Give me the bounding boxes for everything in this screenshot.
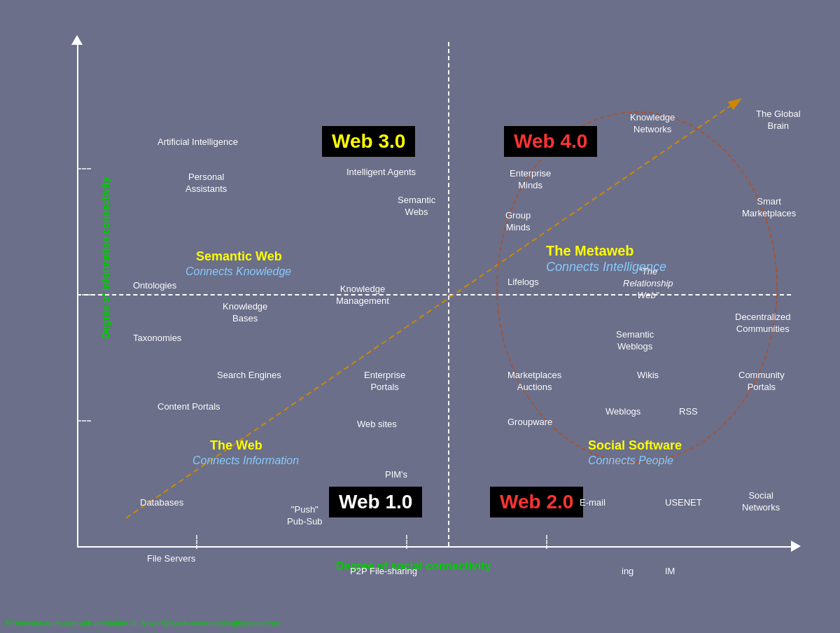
- groupware-label: Groupware: [507, 417, 552, 429]
- p2p-filesharing-label: P2P File-sharing: [350, 566, 417, 578]
- p2p-right-label: ing: [622, 566, 634, 578]
- web-sites-label: Web sites: [357, 419, 397, 431]
- web10-label: Web 1.0: [339, 491, 412, 513]
- file-servers-label: File Servers: [147, 553, 195, 565]
- y-axis-label: Degree of Information connectivity: [100, 176, 111, 338]
- push-pubsub-label: "Push"Pub-Sub: [287, 504, 323, 528]
- personal-assistants-label: PersonalAssistants: [186, 172, 227, 195]
- the-web-sub-label: Connects Information: [192, 454, 299, 468]
- x-tick-2: [406, 535, 407, 549]
- permission-text: Permission to re-use with attribution to…: [6, 619, 280, 627]
- x-tick-1: [196, 535, 197, 549]
- group-minds-label: GroupMinds: [505, 210, 531, 234]
- web20-box: Web 2.0: [490, 487, 583, 517]
- ontologies-label: Ontologies: [133, 280, 176, 292]
- taxonomies-label: Taxonomies: [133, 333, 181, 345]
- social-sub-label: Connects People: [588, 454, 673, 468]
- semantic-weblogs-label: SemanticWeblogs: [616, 329, 654, 353]
- global-brain-label: The GlobalBrain: [756, 109, 801, 132]
- rss-label: RSS: [679, 406, 698, 418]
- usenet-label: USENET: [665, 497, 702, 509]
- knowledge-networks-label: KnowledgeNetworks: [630, 112, 675, 136]
- semantic-webs-label: SemanticWebs: [398, 195, 435, 218]
- x-axis: [77, 546, 791, 548]
- web40-box: Web 4.0: [504, 126, 597, 157]
- im-label: IM: [665, 566, 675, 578]
- content-portals-label: Content Portals: [158, 401, 220, 413]
- knowledge-bases-label: KnowledgeBases: [223, 301, 267, 325]
- email-label: E-mail: [580, 497, 606, 509]
- ai-label: Artificial Intelligence: [158, 137, 238, 148]
- weblogs-label: Weblogs: [606, 406, 640, 418]
- smart-marketplaces-label: SmartMarketplaces: [742, 196, 796, 220]
- web20-label: Web 2.0: [500, 491, 573, 513]
- enterprise-portals-label: EnterprisePortals: [364, 370, 405, 394]
- web30-box: Web 3.0: [322, 126, 415, 157]
- databases-label: Databases: [140, 497, 183, 509]
- web10-box: Web 1.0: [329, 487, 422, 517]
- v-divider: [448, 42, 449, 546]
- metaweb-label: The Metaweb: [546, 242, 634, 260]
- y-axis-arrow: [71, 35, 83, 45]
- chart-container: Degree of Information connectivity Degre…: [56, 42, 812, 588]
- the-web-label: The Web: [210, 438, 262, 454]
- x-tick-3: [546, 535, 547, 549]
- h-divider: [77, 294, 791, 295]
- decentralized-label: DecentralizedCommunities: [735, 312, 791, 335]
- x-axis-arrow: [791, 541, 801, 552]
- y-tick-1: [77, 168, 91, 169]
- lifelogs-label: Lifelogs: [507, 277, 539, 288]
- semantic-web-sub-label: Connects Knowledge: [186, 265, 291, 279]
- community-portals-label: CommunityPortals: [738, 370, 785, 394]
- social-label: Social Software: [588, 438, 682, 454]
- knowledge-mgmt-label: KnowledgeManagement: [336, 284, 389, 307]
- semantic-web-label: Semantic Web: [196, 249, 282, 265]
- marketplaces-auctions-label: MarketplacesAuctions: [507, 370, 561, 394]
- web40-label: Web 4.0: [514, 130, 587, 152]
- y-tick-3: [77, 420, 91, 422]
- relationship-web-label: "TheRelationshipWeb": [623, 266, 673, 302]
- intelligent-agents-label: Intelligent Agents: [346, 167, 416, 179]
- wikis-label: Wikis: [637, 370, 659, 382]
- social-networks-label: SocialNetworks: [742, 490, 780, 514]
- search-engines-label: Search Engines: [217, 370, 281, 382]
- enterprise-minds-label: EnterpriseMinds: [510, 168, 551, 192]
- web30-label: Web 3.0: [332, 130, 405, 152]
- pims-label: PIM's: [385, 469, 407, 481]
